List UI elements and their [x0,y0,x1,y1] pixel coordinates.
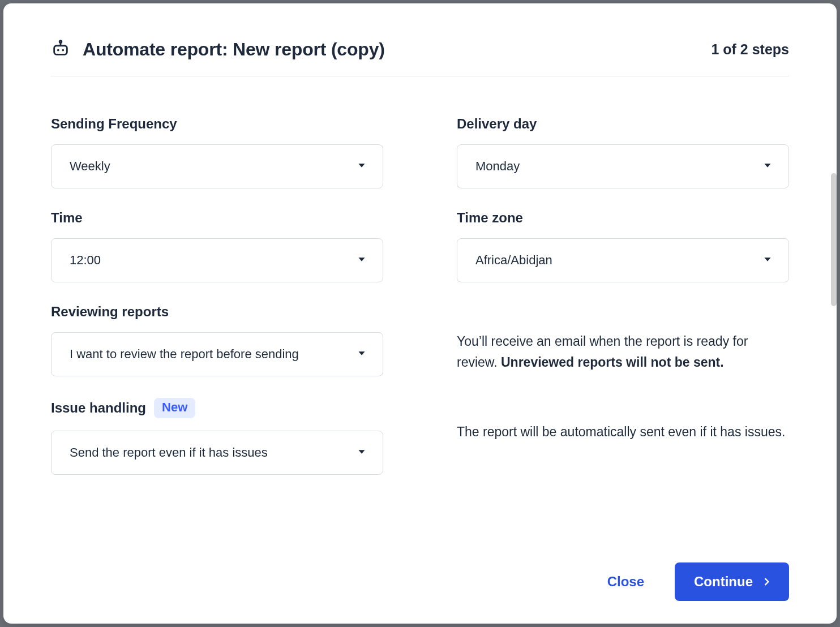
timezone-value: Africa/Abidjan [475,253,552,268]
field-delivery-day: Delivery day Monday [457,116,789,188]
time-value: 12:00 [70,253,101,268]
svg-point-2 [62,49,64,51]
modal-footer: Close Continue [51,529,789,601]
modal-header: Automate report: New report (copy) 1 of … [51,38,789,76]
reviewing-reports-info: You’ll receive an email when the report … [457,304,789,376]
timezone-label: Time zone [457,210,789,226]
modal-content: Automate report: New report (copy) 1 of … [3,3,837,624]
field-time: Time 12:00 [51,210,383,282]
delivery-day-dropdown[interactable]: Monday [457,144,789,188]
steps-indicator: 1 of 2 steps [711,41,789,58]
svg-point-1 [57,49,59,51]
sending-frequency-label: Sending Frequency [51,116,383,132]
scrollbar-thumb[interactable] [831,173,837,306]
timezone-dropdown[interactable]: Africa/Abidjan [457,238,789,282]
robot-icon [51,38,70,60]
field-reviewing-reports: Reviewing reports I want to review the r… [51,304,383,376]
chevron-down-icon [355,159,368,174]
issue-handling-value: Send the report even if it has issues [70,445,268,460]
issue-handling-dropdown[interactable]: Send the report even if it has issues [51,431,383,475]
continue-button[interactable]: Continue [675,562,789,601]
new-badge: New [154,398,195,418]
chevron-down-icon [761,159,774,174]
delivery-day-label: Delivery day [457,116,789,132]
time-label: Time [51,210,383,226]
chevron-right-icon [761,576,772,587]
delivery-day-value: Monday [475,159,520,174]
time-dropdown[interactable]: 12:00 [51,238,383,282]
issue-handling-label-row: Issue handling New [51,398,383,418]
automate-report-modal: Automate report: New report (copy) 1 of … [3,3,837,624]
sending-frequency-dropdown[interactable]: Weekly [51,144,383,188]
modal-title: Automate report: New report (copy) [83,39,385,60]
issue-handling-label: Issue handling [51,400,146,416]
issue-handling-info: The report will be automatically sent ev… [457,398,789,475]
reviewing-reports-dropdown[interactable]: I want to review the report before sendi… [51,332,383,376]
chevron-down-icon [355,445,368,460]
reviewing-info-bold: Unreviewed reports will not be sent. [501,355,724,370]
form-grid: Sending Frequency Weekly Delivery day Mo… [51,116,789,475]
chevron-down-icon [355,347,368,362]
close-button[interactable]: Close [602,568,650,595]
field-sending-frequency: Sending Frequency Weekly [51,116,383,188]
sending-frequency-value: Weekly [70,159,110,174]
reviewing-reports-value: I want to review the report before sendi… [70,347,299,362]
continue-button-label: Continue [694,574,753,590]
chevron-down-icon [761,253,774,268]
field-issue-handling: Issue handling New Send the report even … [51,398,383,475]
field-timezone: Time zone Africa/Abidjan [457,210,789,282]
chevron-down-icon [355,253,368,268]
svg-point-4 [59,41,62,43]
header-left: Automate report: New report (copy) [51,38,385,60]
svg-rect-0 [54,46,67,55]
reviewing-reports-label: Reviewing reports [51,304,383,320]
